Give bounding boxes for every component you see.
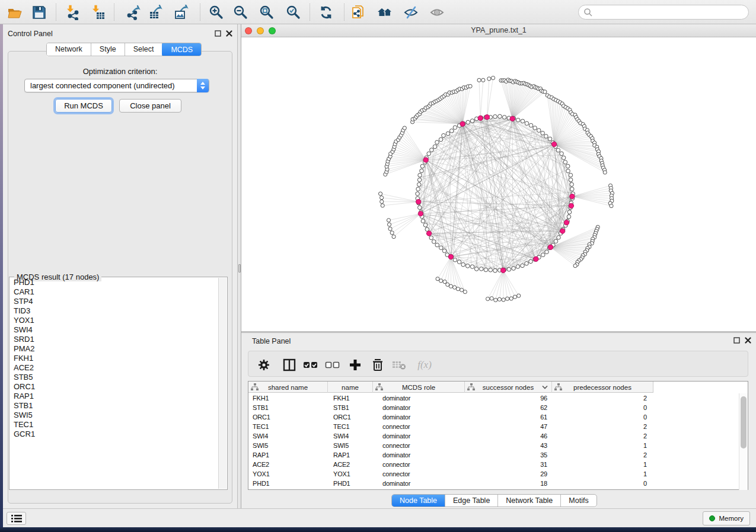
network-node[interactable] <box>442 249 446 253</box>
network-node[interactable] <box>453 258 457 262</box>
table-scrollbar-thumb[interactable] <box>741 396 747 448</box>
deselect-all-icon[interactable] <box>325 357 340 373</box>
network-node[interactable] <box>381 204 384 207</box>
network-node[interactable] <box>497 297 501 301</box>
mcds-result-item[interactable]: PHD1 <box>10 278 219 287</box>
first-neighbors-icon[interactable] <box>377 4 393 21</box>
close-panel-icon[interactable] <box>225 30 233 37</box>
mcds-result-item[interactable]: PMA2 <box>10 344 219 354</box>
float-table-panel-icon[interactable] <box>733 336 741 344</box>
tab-node-table[interactable]: Node Table <box>392 495 445 507</box>
tab-network-table[interactable]: Network Table <box>498 495 561 507</box>
network-hub-node[interactable] <box>570 194 575 198</box>
select-all-icon[interactable] <box>303 357 318 373</box>
network-node[interactable] <box>516 118 520 122</box>
mcds-result-item[interactable]: FKH1 <box>10 354 219 363</box>
network-node[interactable] <box>465 264 470 268</box>
network-node[interactable] <box>487 77 491 81</box>
network-node[interactable] <box>521 264 525 268</box>
network-node[interactable] <box>491 76 495 79</box>
tab-edge-table[interactable]: Edge Table <box>445 495 498 507</box>
network-hub-node[interactable] <box>448 254 453 259</box>
network-node[interactable] <box>557 236 561 240</box>
network-node[interactable] <box>420 164 425 168</box>
mcds-result-item[interactable]: ORC1 <box>10 382 219 392</box>
network-node[interactable] <box>567 214 571 219</box>
network-node[interactable] <box>418 206 422 210</box>
table-row[interactable]: PHD1PHD1dominator180 <box>248 479 739 488</box>
table-row[interactable]: STB1STB1dominator620 <box>248 403 739 412</box>
network-node[interactable] <box>481 78 485 82</box>
network-node[interactable] <box>509 297 513 300</box>
network-node[interactable] <box>521 119 525 123</box>
show-column-icon[interactable] <box>282 357 297 373</box>
network-node[interactable] <box>466 120 470 124</box>
network-node[interactable] <box>525 261 529 265</box>
network-node[interactable] <box>573 264 577 268</box>
tab-motifs[interactable]: Motifs <box>561 495 596 507</box>
network-hub-node[interactable] <box>416 199 421 204</box>
network-node[interactable] <box>417 182 421 187</box>
network-node[interactable] <box>569 173 573 177</box>
export-table-icon[interactable] <box>147 4 164 21</box>
delete-table-icon[interactable] <box>391 357 407 373</box>
table-options-gear-icon[interactable] <box>256 357 272 373</box>
network-node[interactable] <box>563 160 567 164</box>
column-header-mcds-role[interactable]: MCDS role <box>373 382 465 393</box>
network-node[interactable] <box>418 173 422 177</box>
network-node[interactable] <box>380 196 384 200</box>
mcds-result-item[interactable]: SWI4 <box>10 325 219 335</box>
network-node[interactable] <box>529 123 533 127</box>
network-node[interactable] <box>432 240 436 244</box>
zoom-selected-icon[interactable] <box>285 4 302 21</box>
network-node[interactable] <box>541 131 545 135</box>
network-node[interactable] <box>439 246 443 250</box>
network-node[interactable] <box>507 267 511 271</box>
mcds-result-list[interactable]: PHD1CAR1STP4TID3YOX1SWI4SRD1PMA2FKH1ACE2… <box>10 278 219 489</box>
network-node[interactable] <box>387 223 391 226</box>
network-node[interactable] <box>446 132 450 136</box>
table-row[interactable]: ORC1ORC1dominator610 <box>248 412 739 422</box>
network-node[interactable] <box>603 171 607 174</box>
mcds-result-item[interactable]: TID3 <box>10 306 219 316</box>
network-hub-node[interactable] <box>548 245 553 249</box>
mcds-result-item[interactable]: CAR1 <box>10 287 219 297</box>
network-node[interactable] <box>417 178 422 182</box>
network-node[interactable] <box>387 219 390 222</box>
network-node[interactable] <box>493 115 497 119</box>
float-panel-icon[interactable] <box>214 30 222 37</box>
network-node[interactable] <box>474 267 479 271</box>
network-node[interactable] <box>566 169 570 173</box>
open-file-icon[interactable] <box>7 4 23 21</box>
network-node[interactable] <box>435 243 439 247</box>
network-node[interactable] <box>493 268 497 273</box>
task-history-button[interactable] <box>7 512 26 525</box>
network-node[interactable] <box>461 262 465 267</box>
mcds-result-item[interactable]: STB1 <box>10 401 219 411</box>
network-node[interactable] <box>433 145 437 149</box>
delete-column-icon[interactable] <box>370 357 385 373</box>
network-node[interactable] <box>457 260 461 264</box>
network-node[interactable] <box>449 129 454 133</box>
network-node[interactable] <box>484 268 488 272</box>
network-node[interactable] <box>456 287 460 291</box>
mcds-result-item[interactable]: SWI5 <box>10 411 219 420</box>
network-node[interactable] <box>390 231 394 235</box>
tab-network[interactable]: Network <box>47 43 91 56</box>
network-hub-node[interactable] <box>478 116 483 120</box>
column-header-shared-name[interactable]: shared name <box>248 382 328 393</box>
table-row[interactable]: SWI5SWI5connector431 <box>248 441 739 450</box>
network-node[interactable] <box>463 290 467 294</box>
network-node[interactable] <box>403 126 406 130</box>
splitter-handle[interactable] <box>238 264 241 273</box>
network-node[interactable] <box>560 152 564 156</box>
save-icon[interactable] <box>31 4 47 21</box>
apply-function-icon[interactable]: f(x) <box>413 357 436 373</box>
network-hub-node[interactable] <box>564 220 569 225</box>
network-node[interactable] <box>525 121 529 126</box>
import-table-icon[interactable] <box>90 4 107 21</box>
zoom-fit-icon[interactable] <box>259 4 275 21</box>
network-node[interactable] <box>490 297 493 300</box>
zoom-out-icon[interactable] <box>232 4 249 21</box>
network-node[interactable] <box>545 250 549 254</box>
